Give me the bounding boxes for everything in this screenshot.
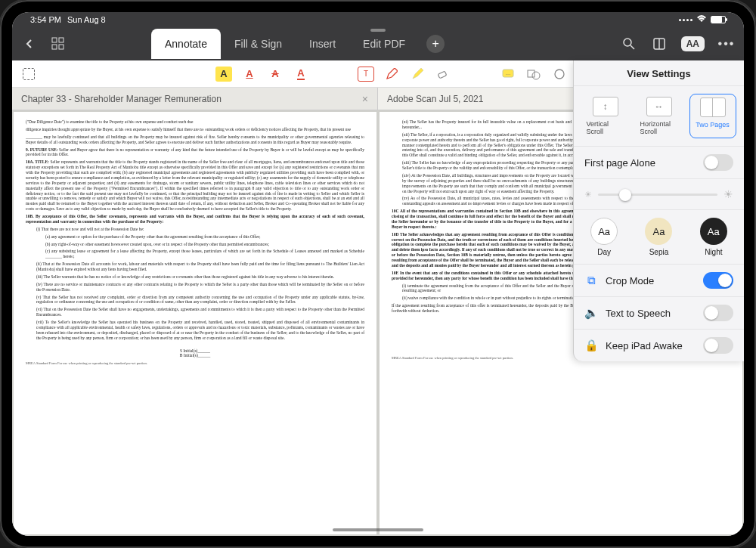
home-indicator[interactable]	[333, 528, 423, 531]
doc-tab-2-title: Adobe Scan Jul 5, 2021	[387, 94, 483, 104]
add-tab-button[interactable]: +	[426, 35, 445, 53]
selection-tool[interactable]	[23, 68, 35, 80]
svg-text:…: …	[506, 70, 511, 76]
pen-tool[interactable]	[383, 67, 400, 82]
shape-tool[interactable]	[525, 67, 542, 82]
page-left: ("Due Diligence Date") to examine the ti…	[14, 112, 376, 534]
thumbnails-button[interactable]	[50, 36, 67, 52]
speaker-icon: 🔈	[584, 306, 598, 320]
layout-horizontal-scroll[interactable]: Horizontal Scroll	[636, 94, 683, 138]
more-button[interactable]: •••	[718, 36, 735, 52]
highlight-tool[interactable]: A	[215, 67, 232, 82]
close-tab-1[interactable]: ×	[362, 93, 368, 105]
eraser-tool[interactable]	[435, 67, 451, 82]
brightness-row: ☀︎ ☀︎	[574, 179, 744, 210]
svg-point-4	[624, 39, 631, 46]
tts-row: 🔈 Text to Speech	[574, 297, 744, 330]
note-tool[interactable]: …	[500, 67, 516, 82]
main-toolbar: Annotate Fill & Sign Insert Edit PDF + A…	[12, 27, 744, 60]
tab-edit-pdf[interactable]: Edit PDF	[349, 29, 419, 59]
layout-two-pages[interactable]: Two Pages	[689, 94, 736, 138]
view-settings-panel: View Settings Vertical Scroll Horizontal…	[573, 60, 744, 361]
crop-mode-row: ⧉ Crop Mode	[574, 265, 744, 297]
keep-awake-row: 🔒 Keep iPad Awake	[574, 330, 744, 361]
svg-rect-1	[59, 38, 64, 42]
svg-rect-0	[52, 38, 57, 42]
svg-rect-11	[528, 70, 534, 77]
first-page-alone-row: First page Alone	[574, 147, 744, 179]
status-time: 3:54 PM	[30, 15, 61, 24]
first-page-alone-toggle[interactable]	[703, 154, 733, 171]
brightness-high-icon: ☀︎	[723, 188, 733, 200]
tab-annotate[interactable]: Annotate	[151, 29, 221, 59]
squiggly-tool[interactable]: A	[293, 67, 309, 82]
keep-awake-toggle[interactable]	[703, 337, 733, 354]
wifi-icon	[696, 15, 707, 24]
textbox-tool[interactable]: T	[358, 67, 374, 82]
search-button[interactable]	[621, 36, 637, 52]
brightness-low-icon: ☀︎	[584, 190, 592, 200]
status-date: Sun Aug 8	[67, 15, 106, 24]
doc-tab-1[interactable]: Chapter 33 - Shareholder Manager Remuner…	[12, 88, 378, 110]
lock-icon: 🔒	[584, 339, 598, 352]
theme-night[interactable]: Aa Night	[700, 218, 727, 256]
battery-icon	[711, 16, 726, 23]
view-settings-button[interactable]: AA	[681, 36, 705, 51]
tab-fill-sign[interactable]: Fill & Sign	[221, 29, 296, 59]
svg-rect-8	[438, 71, 447, 79]
svg-rect-3	[59, 45, 64, 49]
theme-day[interactable]: Aa Day	[590, 218, 618, 256]
svg-point-13	[555, 70, 564, 79]
tts-toggle[interactable]	[703, 305, 733, 321]
svg-rect-2	[52, 45, 57, 49]
svg-point-12	[532, 72, 540, 79]
marker-tool[interactable]	[409, 67, 426, 82]
theme-sepia[interactable]: Aa Sepia	[645, 218, 672, 256]
screen: 3:54 PM Sun Aug 8	[12, 12, 744, 536]
status-bar: 3:54 PM Sun Aug 8	[12, 12, 744, 27]
view-settings-title: View Settings	[574, 60, 744, 86]
crop-mode-toggle[interactable]	[703, 272, 733, 289]
back-button[interactable]	[21, 36, 38, 52]
underline-tool[interactable]: A	[241, 67, 258, 82]
bookmarks-button[interactable]	[651, 36, 668, 52]
svg-line-5	[631, 45, 634, 49]
layout-vertical-scroll[interactable]: Vertical Scroll	[582, 94, 629, 138]
tab-insert[interactable]: Insert	[296, 29, 349, 59]
doc-tab-1-title: Chapter 33 - Shareholder Manager Remuner…	[21, 94, 222, 104]
crop-icon: ⧉	[584, 274, 598, 287]
ipad-frame: 3:54 PM Sun Aug 8	[0, 0, 756, 548]
strikethrough-tool[interactable]: A	[267, 67, 284, 82]
multitask-pill[interactable]	[370, 29, 386, 32]
cellular-icon	[679, 19, 692, 21]
brightness-slider[interactable]	[598, 194, 717, 196]
circle-tool[interactable]	[551, 67, 568, 82]
